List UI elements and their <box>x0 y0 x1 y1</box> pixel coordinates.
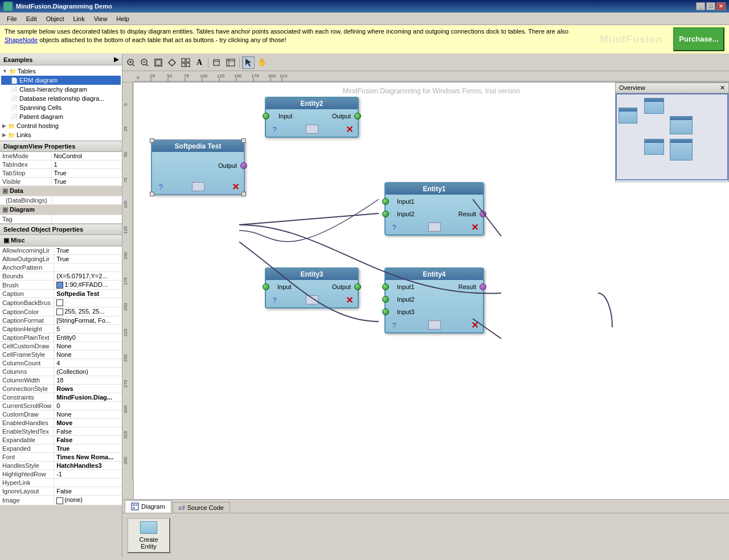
text-button[interactable]: A <box>193 56 206 69</box>
close-button[interactable]: ✕ <box>716 2 726 10</box>
minimize-button[interactable]: _ <box>696 2 705 10</box>
entity3-help-btn[interactable]: ? <box>269 295 280 305</box>
purchase-button[interactable]: Purchase... <box>673 27 724 51</box>
create-entity-button[interactable]: Create Entity <box>127 518 170 553</box>
entity1-input1-anchor <box>382 198 389 205</box>
entity4-input3-label: Input3 <box>394 308 418 315</box>
svg-rect-60 <box>136 504 137 506</box>
entity4-input1-anchor <box>382 283 389 290</box>
overview-close-btn[interactable]: ✕ <box>720 84 725 92</box>
sprop-currentscrollrow: CurrentScrollRow0 <box>0 402 122 410</box>
tb-icon7[interactable] <box>211 56 223 69</box>
entity4-result-anchor <box>480 283 486 290</box>
tree-label-erm: ERM diagram <box>19 77 58 84</box>
entity1-info-btn[interactable] <box>428 223 441 232</box>
softpedia-help-btn[interactable]: ? <box>155 182 166 192</box>
sprop-captionformat: CaptionFormat[StringFormat, Fo... <box>0 316 122 325</box>
hand-button[interactable]: ✋ <box>256 56 268 69</box>
sprop-columncount: ColumnCount4 <box>0 359 122 368</box>
entity4-delete-btn[interactable]: ✕ <box>469 320 480 330</box>
fit-button[interactable] <box>152 56 165 69</box>
entity-entity1[interactable]: Entity1 Input1 Input2 Result <box>384 182 484 236</box>
menu-edit[interactable]: Edit <box>22 14 42 23</box>
svg-text:275: 275 <box>123 380 128 388</box>
entity1-body: Input1 Input2 Result <box>386 195 483 221</box>
shape-node-link[interactable]: ShapeNode <box>5 36 38 43</box>
tab-source-code[interactable]: c# Source Code <box>173 502 230 513</box>
entity2-footer: ? ✕ <box>266 123 358 137</box>
svg-marker-19 <box>245 59 252 67</box>
menu-link[interactable]: Link <box>69 14 89 23</box>
entity1-delete-btn[interactable]: ✕ <box>469 222 480 232</box>
entity4-help-btn[interactable]: ? <box>389 320 399 330</box>
entity-softpedia[interactable]: Softpedia Test Output ? ✕ <box>151 139 245 195</box>
ruler-h-content: 0 25 50 75 100 125 150 175 200 <box>134 71 729 83</box>
toolbar: A ✋ <box>122 54 729 71</box>
zoom-out-button[interactable] <box>138 56 151 69</box>
ov-entity3 <box>644 139 664 155</box>
tree-item-db[interactable]: 📄 Database relationship diagra... <box>1 94 121 103</box>
entity4-row-input2: Input2 <box>389 295 480 304</box>
diagramview-props-header[interactable]: DiagramView Properties <box>0 141 122 152</box>
entity3-delete-btn[interactable]: ✕ <box>344 295 354 305</box>
softpedia-delete-btn[interactable]: ✕ <box>230 182 240 192</box>
folder-icon: 📁 <box>9 67 17 75</box>
menu-file[interactable]: File <box>2 14 22 23</box>
menu-help[interactable]: Help <box>112 14 134 23</box>
sprop-enablestyledtex: EnableStyledTexFalse <box>0 427 122 436</box>
softpedia-info-btn[interactable] <box>192 182 204 191</box>
pointer-button[interactable] <box>242 56 255 69</box>
entity2-info-btn[interactable] <box>306 125 318 134</box>
svg-line-3 <box>133 64 134 66</box>
expand-control-icon[interactable]: ▶ <box>2 123 6 129</box>
tree-item-patient[interactable]: 📄 Patient diagram <box>1 112 121 121</box>
entity4-info-btn[interactable] <box>428 320 441 330</box>
expand-links-icon[interactable]: ▶ <box>2 132 6 138</box>
prop-val-tabstop: True <box>51 169 122 178</box>
tree-item-control[interactable]: ▶ 📁 Control hosting <box>1 121 121 130</box>
entity1-row-input2: Input2 Result <box>389 209 480 219</box>
tree-item-tables[interactable]: ▼ 📁 Tables <box>1 67 121 76</box>
examples-expand-icon[interactable]: ▶ <box>114 56 118 63</box>
entity3-info-btn[interactable] <box>306 295 318 304</box>
entity2-help-btn[interactable]: ? <box>269 124 280 134</box>
svg-rect-13 <box>186 63 190 67</box>
overview-viewport <box>616 93 728 180</box>
examples-header: Examples ▶ <box>0 54 122 65</box>
entity2-delete-btn[interactable]: ✕ <box>344 124 354 134</box>
entity4-input2-label: Input2 <box>394 296 418 303</box>
maximize-button[interactable]: □ <box>706 2 715 10</box>
diamond-button[interactable] <box>166 56 178 69</box>
tab-diagram[interactable]: Diagram <box>125 500 171 513</box>
softpedia-output-label: Output <box>215 162 240 169</box>
sprop-image: Image(none) <box>0 496 122 505</box>
tb-icon8[interactable] <box>224 56 237 69</box>
prop-val-tag <box>51 215 122 224</box>
menu-view[interactable]: View <box>89 14 112 23</box>
zoom-in-button[interactable] <box>125 56 137 69</box>
entity2-header: Entity2 <box>266 98 358 109</box>
menu-object[interactable]: Object <box>42 14 69 23</box>
softpedia-footer: ? ✕ <box>152 180 244 194</box>
entity-entity4[interactable]: Entity4 Input1 Result Input2 <box>384 267 484 333</box>
prop-name-tag: Tag <box>0 215 51 224</box>
diagram-canvas[interactable]: MindFusion.Diagramming for Windows Forms… <box>134 83 729 499</box>
prop-section-data: ▣Data <box>0 186 122 196</box>
tree-item-links[interactable]: ▶ 📁 Links <box>1 130 121 139</box>
expand-tables-icon[interactable]: ▼ <box>2 68 7 74</box>
pointer-icon <box>244 58 253 67</box>
doc-icon: 📄 <box>10 94 18 102</box>
diagram-container: 0 25 50 75 100 125 150 175 200 225 250 2… <box>122 83 729 499</box>
entity1-help-btn[interactable]: ? <box>389 222 399 232</box>
tree-item-class-hierarchy[interactable]: 📄 Class-hierarchy diagram <box>1 85 121 94</box>
grid-button[interactable] <box>179 56 192 69</box>
tree-item-erm[interactable]: 📄 ERM diagram <box>1 76 121 85</box>
svg-rect-16 <box>227 59 235 66</box>
svg-rect-10 <box>182 59 185 62</box>
entity3-body: Input Output <box>266 280 358 294</box>
entity-entity3[interactable]: Entity3 Input Output ? ✕ <box>265 267 359 308</box>
tree-item-spanning[interactable]: 📄 Spanning Cells <box>1 103 121 112</box>
ov-softpedia <box>619 108 637 123</box>
sprop-captionplaintext: CaptionPlainTextEntity0 <box>0 333 122 342</box>
entity-entity2[interactable]: Entity2 Input Output ? ✕ <box>265 97 359 138</box>
